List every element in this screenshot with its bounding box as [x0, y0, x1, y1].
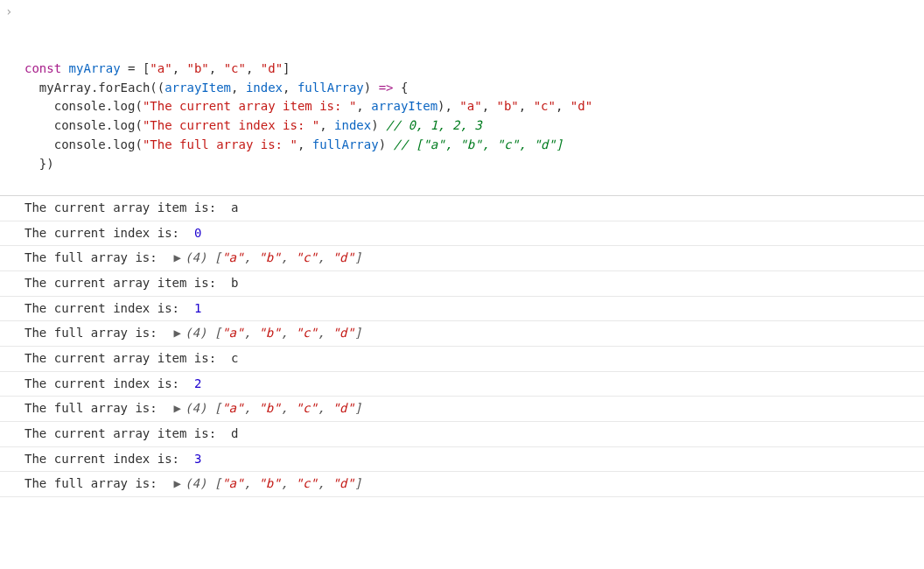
log-value-item: a [231, 200, 238, 214]
log-label: The current index is: [24, 226, 186, 240]
code-block: const myArray = ["a", "b", "c", "d"] myA… [24, 60, 924, 173]
log-label: The full array is: [24, 476, 164, 490]
log-label: The current index is: [24, 376, 186, 390]
log-label: The current array item is: [24, 351, 224, 365]
log-value-item: b [231, 276, 238, 290]
log-row-item: The current array item is: b [0, 271, 924, 297]
console-output: The current array item is: aThe current … [0, 196, 924, 497]
log-label: The current index is: [24, 452, 186, 466]
log-label: The full array is: [24, 326, 164, 340]
log-value-index: 0 [194, 226, 201, 240]
expand-arrow-icon[interactable]: ▶ [174, 399, 181, 418]
log-label: The current index is: [24, 301, 186, 315]
array-length: (4) [185, 250, 206, 264]
log-row-index: The current index is: 3 [0, 447, 924, 473]
log-value-index: 1 [194, 301, 201, 315]
expand-arrow-icon[interactable]: ▶ [174, 249, 181, 268]
array-preview[interactable]: ▶(4) ["a", "b", "c", "d"] [172, 401, 362, 415]
array-length: (4) [185, 401, 206, 415]
log-value-item: c [231, 351, 238, 365]
expand-arrow-icon[interactable]: ▶ [174, 474, 181, 494]
log-value-item: d [231, 426, 238, 440]
log-row-array: The full array is: ▶(4) ["a", "b", "c", … [0, 397, 924, 422]
console-input-row[interactable]: › const myArray = ["a", "b", "c", "d"] m… [0, 0, 924, 196]
log-label: The full array is: [24, 401, 164, 415]
input-prompt-icon: › [5, 3, 19, 22]
identifier-myArray: myArray [69, 61, 121, 75]
log-row-index: The current index is: 2 [0, 372, 924, 397]
array-length: (4) [185, 326, 206, 340]
array-length: (4) [185, 476, 206, 490]
log-row-array: The full array is: ▶(4) ["a", "b", "c", … [0, 472, 924, 497]
expand-arrow-icon[interactable]: ▶ [174, 324, 181, 343]
log-value-index: 2 [194, 376, 201, 390]
log-label: The current array item is: [24, 276, 224, 290]
log-row-item: The current array item is: c [0, 347, 924, 372]
log-row-index: The current index is: 1 [0, 297, 924, 322]
log-label: The current array item is: [24, 426, 224, 440]
log-row-index: The current index is: 0 [0, 221, 924, 247]
array-preview[interactable]: ▶(4) ["a", "b", "c", "d"] [172, 250, 362, 264]
array-preview[interactable]: ▶(4) ["a", "b", "c", "d"] [172, 476, 362, 490]
log-row-array: The full array is: ▶(4) ["a", "b", "c", … [0, 321, 924, 347]
keyword-const: const [24, 61, 61, 75]
log-label: The current array item is: [24, 200, 224, 214]
log-label: The full array is: [24, 250, 164, 264]
log-row-item: The current array item is: d [0, 422, 924, 447]
array-preview[interactable]: ▶(4) ["a", "b", "c", "d"] [172, 326, 362, 340]
log-row-item: The current array item is: a [0, 196, 924, 221]
log-row-array: The full array is: ▶(4) ["a", "b", "c", … [0, 246, 924, 271]
log-value-index: 3 [194, 452, 201, 466]
